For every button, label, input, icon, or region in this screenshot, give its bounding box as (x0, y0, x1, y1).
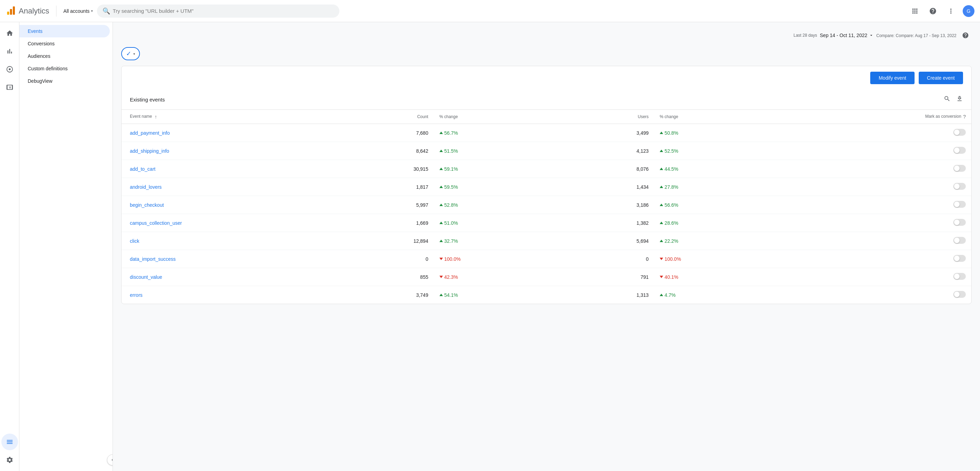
svg-rect-2 (13, 6, 15, 14)
conversion-toggle[interactable] (953, 129, 966, 136)
nav-label-conversions: Conversions (28, 41, 55, 46)
change-indicator: 56.6% (660, 202, 790, 208)
cell-conversion[interactable] (795, 232, 971, 250)
cell-conversion[interactable] (795, 160, 971, 178)
cell-users: 3,499 (575, 124, 654, 142)
change-indicator: 54.1% (439, 292, 570, 298)
change-indicator: 59.5% (439, 184, 570, 190)
sidebar-icon-admin[interactable] (2, 434, 18, 450)
sidebar-icon-explore[interactable] (2, 61, 18, 78)
cell-users: 5,694 (575, 232, 654, 250)
table-download-icon[interactable] (956, 95, 963, 104)
cell-conversion[interactable] (795, 124, 971, 142)
conversion-toggle[interactable] (953, 273, 966, 280)
cell-users-change: 22.2% (654, 232, 795, 250)
date-help-icon[interactable] (959, 29, 972, 41)
events-table: Event name ↑ Count % change Users (121, 110, 971, 304)
cell-users: 8,076 (575, 160, 654, 178)
sidebar-icon-advertising[interactable] (2, 79, 18, 95)
cell-conversion[interactable] (795, 196, 971, 214)
conversion-help-icon[interactable]: ? (963, 114, 966, 119)
sidebar-icon-home[interactable] (2, 25, 18, 41)
conversion-toggle[interactable] (953, 165, 966, 172)
sidebar-collapse-button[interactable] (107, 454, 113, 465)
cell-conversion[interactable] (795, 214, 971, 232)
help-icon[interactable] (927, 5, 939, 18)
cell-count-change: 32.7% (434, 232, 575, 250)
user-avatar[interactable]: G (963, 5, 974, 17)
table-row: campus_collection_user1,669 51.0%1,382 2… (121, 214, 971, 232)
cell-conversion[interactable] (795, 286, 971, 304)
cell-users: 0 (575, 250, 654, 268)
cell-event-name[interactable]: add_to_cart (121, 160, 345, 178)
change-indicator: 56.7% (439, 130, 570, 136)
create-event-button[interactable]: Create event (919, 72, 963, 84)
cell-event-name[interactable]: android_lovers (121, 178, 345, 196)
nav-item-debugview[interactable]: DebugView (19, 75, 110, 87)
more-options-icon[interactable] (945, 5, 957, 18)
cell-event-name[interactable]: begin_checkout (121, 196, 345, 214)
conversion-toggle[interactable] (953, 255, 966, 262)
cell-conversion[interactable] (795, 250, 971, 268)
sidebar-icon-settings[interactable] (2, 452, 18, 468)
change-indicator: 51.5% (439, 148, 570, 154)
date-range-label: Last 28 days (793, 33, 817, 38)
cell-users-change: 27.8% (654, 178, 795, 196)
cell-users: 1,313 (575, 286, 654, 304)
col-header-event-name[interactable]: Event name ↑ (121, 110, 345, 124)
modify-event-button[interactable]: Modify event (870, 72, 914, 84)
cell-users: 791 (575, 268, 654, 286)
search-icon: 🔍 (102, 7, 110, 15)
cell-event-name[interactable]: data_import_success (121, 250, 345, 268)
table-section-title: Existing events (130, 97, 165, 102)
change-indicator: 32.7% (439, 238, 570, 244)
change-indicator: 51.0% (439, 220, 570, 226)
nav-item-conversions[interactable]: Conversions (19, 37, 110, 50)
table-search-icon[interactable] (943, 95, 951, 104)
cell-users: 1,434 (575, 178, 654, 196)
cell-event-name[interactable]: add_payment_info (121, 124, 345, 142)
cell-event-name[interactable]: add_shipping_info (121, 142, 345, 160)
cell-conversion[interactable] (795, 142, 971, 160)
arrow-up-icon (660, 222, 663, 224)
conversion-toggle[interactable] (953, 219, 966, 226)
filter-button[interactable]: ✓ ▾ (121, 47, 140, 60)
cell-count: 12,894 (345, 232, 434, 250)
table-row: click12,894 32.7%5,694 22.2% (121, 232, 971, 250)
date-bar: Last 28 days Sep 14 - Oct 11, 2022 Compa… (121, 29, 972, 41)
col-header-conversion: Mark as conversion ? (795, 110, 971, 124)
conversion-toggle[interactable] (953, 147, 966, 154)
search-input[interactable] (113, 8, 334, 14)
nav-item-events[interactable]: Events (19, 25, 110, 37)
cell-event-name[interactable]: campus_collection_user (121, 214, 345, 232)
cell-count: 3,749 (345, 286, 434, 304)
nav-item-audiences[interactable]: Audiences (19, 50, 110, 62)
cell-event-name[interactable]: discount_value (121, 268, 345, 286)
nav-item-custom-definitions[interactable]: Custom definitions (19, 62, 110, 75)
change-indicator: 22.2% (660, 238, 790, 244)
arrow-up-icon (439, 186, 443, 188)
conversion-toggle[interactable] (953, 291, 966, 298)
cell-count: 1,669 (345, 214, 434, 232)
arrow-up-icon (439, 240, 443, 242)
table-header-row: Event name ↑ Count % change Users (121, 110, 971, 124)
conversion-toggle[interactable] (953, 183, 966, 190)
apps-icon[interactable] (908, 5, 921, 18)
cell-conversion[interactable] (795, 178, 971, 196)
conversion-toggle[interactable] (953, 237, 966, 244)
cell-event-name[interactable]: click (121, 232, 345, 250)
search-bar[interactable]: 🔍 (97, 5, 339, 18)
change-indicator: 52.5% (660, 148, 790, 154)
all-accounts-selector[interactable]: All accounts ▾ (64, 8, 92, 14)
main-layout: Events Conversions Audiences Custom defi… (0, 22, 980, 471)
cell-event-name[interactable]: errors (121, 286, 345, 304)
change-indicator: 4.7% (660, 292, 790, 298)
table-section-header: Existing events (121, 90, 971, 110)
sidebar-icon-reports[interactable] (2, 43, 18, 60)
toggle-knob (954, 256, 959, 261)
events-table-body: add_payment_info7,680 56.7%3,499 50.8% a… (121, 124, 971, 304)
cell-count-change: 42.3% (434, 268, 575, 286)
date-range-picker[interactable]: Sep 14 - Oct 11, 2022 (820, 33, 874, 38)
conversion-toggle[interactable] (953, 201, 966, 208)
cell-conversion[interactable] (795, 268, 971, 286)
